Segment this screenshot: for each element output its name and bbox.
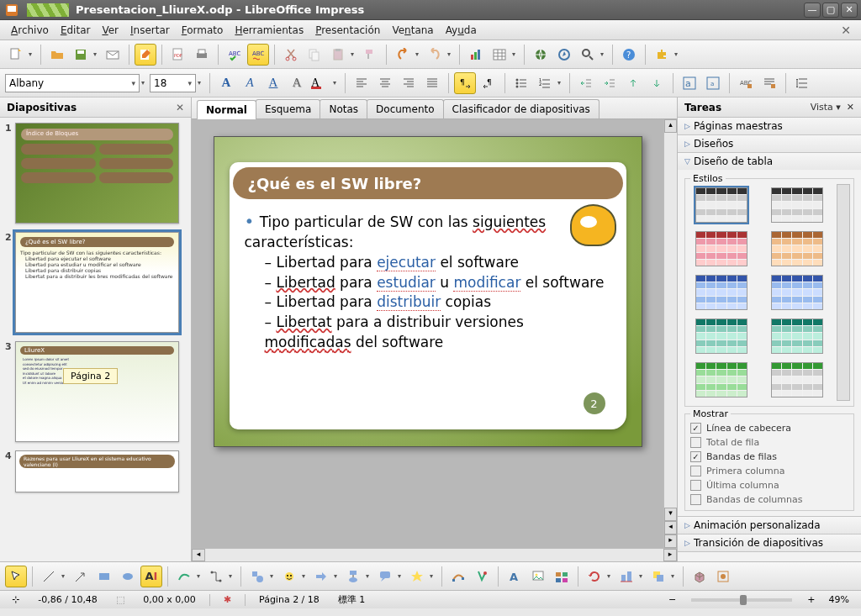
edit-mode-button[interactable] bbox=[135, 44, 156, 66]
rtl-button[interactable]: ¶ bbox=[478, 72, 499, 94]
redo-button[interactable] bbox=[424, 44, 446, 66]
tab-documento[interactable]: Documento bbox=[367, 99, 444, 118]
menu-formato[interactable]: Formato bbox=[176, 22, 230, 39]
menu-editar[interactable]: Editar bbox=[55, 22, 97, 39]
font-color-button[interactable]: A bbox=[309, 72, 331, 94]
align-justify-button[interactable] bbox=[421, 72, 443, 94]
arrow-tool[interactable] bbox=[70, 566, 92, 587]
scroll-left-button[interactable]: ◂ bbox=[192, 549, 205, 561]
tab-esquema[interactable]: Esquema bbox=[256, 99, 320, 118]
line-tool[interactable] bbox=[38, 566, 60, 587]
table-style-8[interactable] bbox=[771, 319, 823, 354]
ltr-button[interactable]: ¶ bbox=[454, 72, 476, 94]
slide-thumb-2[interactable]: 2 ¿Qué es el SW libre? Tipo particular d… bbox=[5, 232, 186, 333]
slide-thumb-4[interactable]: 4 Razones para usar LliureX en el sistem… bbox=[5, 450, 186, 492]
copy-button[interactable] bbox=[304, 44, 325, 66]
italic-button[interactable]: A bbox=[239, 72, 261, 94]
spellcheck-button[interactable]: ABC bbox=[224, 44, 246, 66]
font-name-dropdown[interactable]: ▾ bbox=[141, 79, 148, 87]
table-style-2[interactable] bbox=[771, 187, 823, 223]
section-designs[interactable]: ▷Diseños bbox=[678, 135, 861, 152]
next-slide-button[interactable]: ▸ bbox=[664, 534, 677, 548]
menu-ventana[interactable]: Ventana bbox=[386, 22, 439, 39]
table-dropdown[interactable]: ▾ bbox=[512, 50, 519, 58]
canvas-area[interactable]: ¿Qué es el SW libre? Tipo particular de … bbox=[192, 119, 677, 548]
align-center-button[interactable] bbox=[374, 72, 396, 94]
redo-dropdown[interactable]: ▾ bbox=[447, 50, 454, 58]
vertical-scrollbar[interactable]: ▴ ▾ ◂ ▸ bbox=[663, 119, 677, 548]
menu-herramientas[interactable]: Herramientas bbox=[229, 22, 309, 39]
print-button[interactable] bbox=[191, 44, 213, 66]
align-left-button[interactable] bbox=[351, 72, 372, 94]
cut-button[interactable] bbox=[280, 44, 302, 66]
table-style-9[interactable] bbox=[695, 362, 747, 398]
minimize-button[interactable]: — bbox=[804, 3, 821, 18]
check-total-row[interactable]: Total de fila bbox=[690, 435, 848, 450]
shadow-text-button[interactable]: A bbox=[286, 72, 308, 94]
menu-presentacion[interactable]: Presentación bbox=[309, 22, 386, 39]
tab-normal[interactable]: Normal bbox=[197, 100, 256, 119]
slide-body[interactable]: Tipo particular de SW con las siguientes… bbox=[245, 209, 611, 353]
check-first-col[interactable]: Primera columna bbox=[690, 464, 848, 478]
save-button[interactable] bbox=[70, 44, 92, 66]
connector-tool[interactable] bbox=[205, 566, 227, 587]
table-style-4[interactable] bbox=[771, 231, 823, 266]
paragraph-dialog-button[interactable] bbox=[758, 72, 780, 94]
maximize-button[interactable]: ▢ bbox=[822, 3, 839, 18]
scroll-right-button[interactable]: ▸ bbox=[663, 549, 677, 561]
select-tool[interactable] bbox=[5, 566, 27, 587]
curve-tool[interactable] bbox=[173, 566, 195, 587]
status-zoom[interactable]: 49% bbox=[824, 594, 854, 605]
interaction-button[interactable] bbox=[712, 566, 734, 587]
slides-list[interactable]: 1 Índice de Bloques 2 ¿Qué es el SW libr… bbox=[0, 118, 191, 561]
block-arrows-tool[interactable] bbox=[310, 566, 332, 587]
undo-dropdown[interactable]: ▾ bbox=[415, 50, 422, 58]
zoom-button[interactable] bbox=[577, 44, 599, 66]
decrease-font-button[interactable]: a bbox=[702, 72, 724, 94]
close-window-button[interactable]: ✕ bbox=[841, 3, 858, 18]
flowchart-tool[interactable] bbox=[342, 566, 364, 587]
rectangle-tool[interactable] bbox=[93, 566, 115, 587]
table-style-6[interactable] bbox=[771, 275, 823, 310]
zoom-slider[interactable] bbox=[691, 598, 792, 602]
align-tool[interactable] bbox=[615, 566, 637, 587]
points-tool[interactable] bbox=[447, 566, 469, 587]
zoom-dropdown[interactable]: ▾ bbox=[600, 50, 607, 58]
demote-button[interactable] bbox=[599, 72, 621, 94]
symbol-shapes-tool[interactable] bbox=[278, 566, 300, 587]
autospell-button[interactable]: ABC bbox=[247, 44, 269, 66]
menu-ver[interactable]: Ver bbox=[96, 22, 124, 39]
text-tool[interactable]: AI bbox=[140, 566, 162, 587]
paste-dropdown[interactable]: ▾ bbox=[351, 50, 357, 58]
bullets-button[interactable] bbox=[510, 72, 532, 94]
numbering-dropdown[interactable]: ▾ bbox=[557, 79, 564, 87]
from-file-tool[interactable] bbox=[527, 566, 549, 587]
close-slides-panel-button[interactable]: ✕ bbox=[176, 102, 184, 113]
slide-title[interactable]: ¿Qué es el SW libre? bbox=[233, 167, 623, 199]
hyperlink-button[interactable] bbox=[530, 44, 552, 66]
email-doc-button[interactable] bbox=[102, 44, 124, 66]
arrange-tool[interactable] bbox=[647, 566, 669, 587]
close-document-button[interactable]: ✕ bbox=[836, 24, 856, 37]
tab-notas[interactable]: Notas bbox=[320, 99, 367, 118]
new-doc-button[interactable] bbox=[5, 44, 27, 66]
horizontal-scrollbar[interactable]: ◂ ▸ bbox=[192, 548, 677, 561]
table-style-3[interactable] bbox=[695, 231, 747, 266]
gluepoints-tool[interactable] bbox=[471, 566, 493, 587]
basic-shapes-tool[interactable] bbox=[246, 566, 268, 587]
move-down-button[interactable] bbox=[646, 72, 668, 94]
underline-button[interactable]: A bbox=[262, 72, 284, 94]
slide-canvas[interactable]: ¿Qué es el SW libre? Tipo particular de … bbox=[214, 136, 642, 447]
extension-dropdown[interactable]: ▾ bbox=[674, 50, 681, 58]
scroll-down-button[interactable]: ▾ bbox=[664, 508, 677, 521]
font-color-dropdown[interactable]: ▾ bbox=[333, 79, 340, 87]
navigator-button[interactable] bbox=[553, 44, 575, 66]
check-header-row[interactable]: ✓Línea de cabecera bbox=[690, 421, 848, 435]
tasks-view-menu[interactable]: Vista ▾ ✕ bbox=[811, 102, 854, 113]
move-up-button[interactable] bbox=[622, 72, 644, 94]
zoom-in-button[interactable]: + bbox=[807, 594, 815, 605]
styles-scrollbar[interactable] bbox=[837, 184, 850, 401]
promote-button[interactable] bbox=[575, 72, 597, 94]
section-animation[interactable]: ▷Animación personalizada bbox=[678, 517, 861, 534]
numbering-button[interactable]: 12 bbox=[534, 72, 556, 94]
